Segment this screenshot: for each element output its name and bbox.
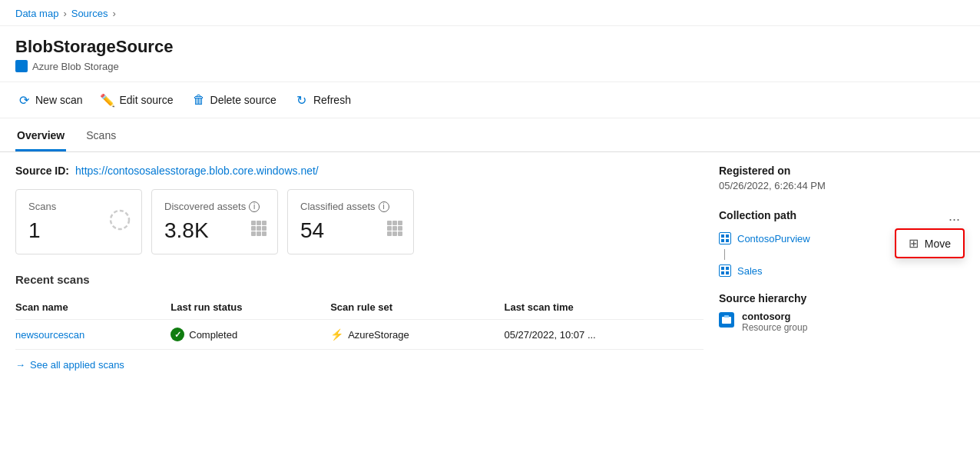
breadcrumb-data-map[interactable]: Data map xyxy=(15,8,58,19)
source-hierarchy-label: Source hierarchy xyxy=(719,292,965,304)
col-scan-rule-set: Scan rule set xyxy=(330,295,504,320)
hierarchy-text-0: contosorg Resource group xyxy=(742,311,807,333)
hierarchy-name-0: contosorg xyxy=(742,311,807,322)
collection-link-0[interactable]: ContosoPurview xyxy=(737,233,810,244)
refresh-label: Refresh xyxy=(313,94,351,106)
registered-on-value: 05/26/2022, 6:26:44 PM xyxy=(719,180,965,191)
rule-set-cell: ⚡ AzureStorage xyxy=(330,320,504,350)
registered-on-label: Registered on xyxy=(719,165,965,177)
page-subtitle-text: Azure Blob Storage xyxy=(32,61,119,72)
new-scan-label: New scan xyxy=(35,94,82,106)
page-header: BlobStorageSource Azure Blob Storage xyxy=(0,26,980,81)
delete-source-label: Delete source xyxy=(210,94,276,106)
move-icon: ⊞ xyxy=(909,236,919,251)
svg-rect-2 xyxy=(726,234,729,238)
stat-label-classified: Classified assets i xyxy=(300,201,401,212)
see-all-label: See all applied scans xyxy=(30,359,124,371)
source-id-link[interactable]: https://contososalesstorage.blob.core.wi… xyxy=(75,165,319,177)
registered-section: Registered on 05/26/2022, 6:26:44 PM xyxy=(719,165,965,191)
arrow-right-icon: → xyxy=(15,359,25,371)
edit-icon: ✏️ xyxy=(101,93,114,107)
page-title: BlobStorageSource xyxy=(15,37,965,57)
col-scan-name: Scan name xyxy=(15,295,171,320)
hierarchy-sub-0: Resource group xyxy=(742,322,807,333)
stat-value-discovered: 3.8K xyxy=(164,218,265,243)
see-all-link[interactable]: → See all applied scans xyxy=(15,359,704,371)
svg-point-0 xyxy=(111,211,129,229)
source-hierarchy-section: Source hierarchy contosorg Resource grou… xyxy=(719,292,965,333)
tab-overview[interactable]: Overview xyxy=(15,121,66,151)
breadcrumb-sep-1: › xyxy=(63,8,66,19)
popup-container: ... ⊞ Move xyxy=(944,207,965,226)
svg-rect-5 xyxy=(721,267,724,270)
refresh-icon: ↻ xyxy=(295,93,309,107)
rule-set-text: AzureStorage xyxy=(348,329,409,341)
svg-rect-10 xyxy=(724,315,729,318)
scans-table: Scan name Last run status Scan rule set … xyxy=(15,295,704,350)
collection-icon-1 xyxy=(719,264,731,277)
collection-path-section: Collection path ... ⊞ Move ContosoPurvie… xyxy=(719,207,965,277)
svg-rect-9 xyxy=(722,317,731,324)
stat-card-scans: Scans 1 xyxy=(15,189,142,254)
bolt-icon: ⚡ xyxy=(330,328,343,341)
scan-name-cell: newsourcescan xyxy=(15,320,171,350)
collection-icon-0 xyxy=(719,232,731,244)
stat-value-classified: 54 xyxy=(300,218,401,243)
hierarchy-icon-0 xyxy=(719,312,734,328)
source-id-label: Source ID: xyxy=(15,165,69,177)
stat-icon-classified xyxy=(387,208,402,236)
collection-path-label: Collection path xyxy=(719,209,796,221)
svg-rect-1 xyxy=(721,234,724,238)
stat-card-classified: Classified assets i 54 xyxy=(287,189,414,254)
table-row: newsourcescan Completed ⚡ AzureStorage xyxy=(15,320,704,350)
left-panel: Source ID: https://contososalesstorage.b… xyxy=(15,165,704,371)
recent-scans: Recent scans Scan name Last run status S… xyxy=(15,273,704,371)
refresh-button[interactable]: ↻ Refresh xyxy=(293,90,353,110)
collection-path-header: Collection path ... ⊞ Move xyxy=(719,207,965,226)
delete-icon: 🗑 xyxy=(192,93,206,107)
status-cell: Completed xyxy=(171,320,330,350)
collection-link-1[interactable]: Sales xyxy=(737,265,763,277)
status-dot xyxy=(171,328,184,341)
col-last-run-status: Last run status xyxy=(171,295,330,320)
scan-name-link[interactable]: newsourcescan xyxy=(15,329,84,341)
breadcrumb-sources[interactable]: Sources xyxy=(71,8,108,19)
svg-rect-8 xyxy=(726,271,729,274)
breadcrumb-sep-2: › xyxy=(112,8,115,19)
collection-line xyxy=(724,249,725,260)
edit-source-label: Edit source xyxy=(119,94,173,106)
svg-rect-7 xyxy=(721,271,724,274)
right-panel: Registered on 05/26/2022, 6:26:44 PM Col… xyxy=(719,165,965,371)
new-scan-button[interactable]: ⟳ New scan xyxy=(15,90,84,110)
more-options-button[interactable]: ... xyxy=(944,207,965,226)
stat-card-discovered: Discovered assets i 3.8K xyxy=(151,189,278,254)
last-scan-time-cell: 05/27/2022, 10:07 ... xyxy=(504,320,704,350)
stat-icon-discovered xyxy=(251,208,267,236)
col-last-scan-time: Last scan time xyxy=(504,295,704,320)
azure-blob-icon xyxy=(15,60,28,72)
stat-icon-scans xyxy=(109,209,131,235)
svg-rect-4 xyxy=(726,239,729,242)
collection-item-1: Sales xyxy=(719,264,965,277)
svg-rect-3 xyxy=(721,239,724,242)
move-label: Move xyxy=(925,238,951,250)
source-id-row: Source ID: https://contososalesstorage.b… xyxy=(15,165,704,177)
delete-source-button[interactable]: 🗑 Delete source xyxy=(190,90,278,110)
page-subtitle: Azure Blob Storage xyxy=(15,60,965,81)
status-text: Completed xyxy=(189,329,237,341)
stat-label-discovered: Discovered assets i xyxy=(164,201,265,212)
tabs: Overview Scans xyxy=(0,121,980,152)
breadcrumb: Data map › Sources › xyxy=(0,0,980,26)
tab-scans[interactable]: Scans xyxy=(84,121,118,151)
move-popup[interactable]: ⊞ Move xyxy=(895,228,965,258)
new-scan-icon: ⟳ xyxy=(17,93,31,107)
main-content: Source ID: https://contososalesstorage.b… xyxy=(0,152,980,371)
stats-cards: Scans 1 Discovered assets i 3.8K xyxy=(15,189,704,254)
hierarchy-item-0: contosorg Resource group xyxy=(719,311,965,333)
edit-source-button[interactable]: ✏️ Edit source xyxy=(99,90,174,110)
toolbar: ⟳ New scan ✏️ Edit source 🗑 Delete sourc… xyxy=(0,81,980,118)
recent-scans-title: Recent scans xyxy=(15,273,704,286)
svg-rect-6 xyxy=(726,267,729,270)
